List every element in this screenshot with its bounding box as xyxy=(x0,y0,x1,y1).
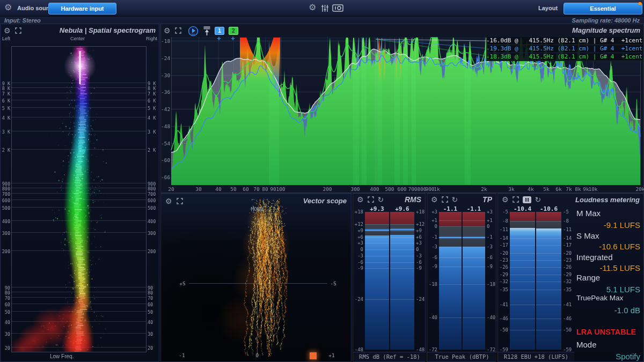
nebula-freq-label: 6 K xyxy=(1,98,10,104)
meter-tick: -72 xyxy=(487,347,495,352)
meter-bar xyxy=(463,212,485,350)
audio-source-gear-icon[interactable]: ⚙ xyxy=(4,4,12,11)
spectrum-y-tick: -48 xyxy=(161,123,170,129)
meter-bar xyxy=(365,212,389,350)
meter-tick: -18 xyxy=(428,282,437,287)
spectrum-y-tick: -30 xyxy=(161,72,170,78)
layout-label: Layout xyxy=(538,5,558,11)
nebula-freq-label: 30 xyxy=(1,331,10,337)
spectrum-x-tick: 700 xyxy=(408,186,417,192)
meter-tick: +3 xyxy=(428,209,437,215)
vectorscope-fullscreen-icon[interactable] xyxy=(177,198,183,204)
true-peak-meter-panel: ⚙ ↻ TP -1.1 -1.1 L R True Peak (dBTP) +3… xyxy=(427,193,496,362)
spectrum-x-tick: 40 xyxy=(215,186,221,192)
spectrum-x-tick: 7k xyxy=(566,186,572,192)
meter-tick: -23 xyxy=(563,257,572,263)
nebula-bottom-label: Low Freq. xyxy=(50,353,74,359)
meter-tick: -23 xyxy=(499,257,508,263)
spectrum-fullscreen-icon[interactable] xyxy=(175,27,181,34)
freeze-capture-button[interactable] xyxy=(203,26,211,36)
meter-tick: +12 xyxy=(416,221,425,227)
nebula-freq-label: 20 xyxy=(1,345,10,351)
spectrum-x-tick: 900 xyxy=(425,186,434,192)
spectrum-slot-1-button[interactable]: 1 xyxy=(215,27,224,35)
meter-tick: -5 xyxy=(499,209,508,215)
spectrum-gear-icon[interactable]: ⚙ xyxy=(164,27,171,34)
meter-tick: -3 xyxy=(487,244,493,249)
rms-meter-panel: ⚙ ↻ RMS +9.3 +9.6 L R RMS dB (Ref = -18)… xyxy=(353,193,426,362)
spectrum-y-tick: -42 xyxy=(161,106,170,112)
nebula-spectrogram-plot[interactable] xyxy=(1,24,159,361)
meter-tick: -8 xyxy=(499,218,508,224)
settings-gear-icon[interactable]: ⚙ xyxy=(309,4,316,11)
loudness-gear-icon[interactable]: ⚙ xyxy=(502,196,509,203)
spectrum-x-tick: 4k xyxy=(528,186,533,192)
mixer-faders-icon[interactable] xyxy=(321,4,329,12)
slot-1-add-button[interactable]: + xyxy=(214,34,224,42)
meter-tick: -20 xyxy=(563,250,572,256)
meter-tick: -29 xyxy=(499,272,508,277)
hardware-input-button[interactable]: Hardware input xyxy=(48,3,116,14)
nebula-center-label: Center xyxy=(70,36,85,41)
meter-bar xyxy=(510,212,535,350)
nebula-title: Nebula | Spatial spectrogram xyxy=(60,26,156,34)
correlation-indicator xyxy=(310,352,317,359)
loudness-stat-value: -10.6 LUFS xyxy=(599,242,640,251)
nebula-freq-label: 200 xyxy=(148,249,156,254)
rms-reset-icon[interactable]: ↻ xyxy=(378,196,384,203)
rms-fullscreen-icon[interactable] xyxy=(368,196,374,203)
meter-tick: +1 xyxy=(487,218,493,223)
nebula-freq-label: 400 xyxy=(148,219,156,224)
nebula-freq-label: 7 K xyxy=(1,91,10,97)
spectrum-x-tick: 500 xyxy=(385,186,394,192)
nebula-gear-icon[interactable]: ⚙ xyxy=(4,27,11,34)
loudness-title: Loudness metering xyxy=(575,196,640,204)
meter-tick: -24 xyxy=(416,297,425,302)
spectrum-x-tick: 80 xyxy=(262,186,268,192)
tp-reset-icon[interactable]: ↻ xyxy=(452,196,458,203)
meter-tick: -59 xyxy=(563,347,572,352)
spectrum-x-tick: 20k xyxy=(635,186,644,192)
spectrum-slot-2-button[interactable]: 2 xyxy=(229,27,238,35)
rms-title: RMS xyxy=(405,195,421,204)
meter-tick: -72 xyxy=(428,347,437,352)
loudness-stat-value: -1.0 dB xyxy=(614,306,640,315)
meter-tick: -6 xyxy=(428,255,437,260)
spectrum-title: Magnitude spectrum xyxy=(572,26,640,34)
meter-tick: -18 xyxy=(487,282,495,287)
nebula-freq-label: 50 xyxy=(148,309,153,315)
meter-tick: -50 xyxy=(499,327,508,333)
lra-alert: LRA UNSTABLE xyxy=(576,328,636,336)
nebula-freq-label: 50 xyxy=(1,309,10,315)
tp-fullscreen-icon[interactable] xyxy=(442,196,448,203)
nebula-freq-label: 4 K xyxy=(148,115,156,121)
loudness-pause-button[interactable] xyxy=(523,196,531,203)
loudness-fullscreen-icon[interactable] xyxy=(513,196,519,203)
nebula-freq-label: 5 K xyxy=(1,106,10,111)
meter-tick: -8 xyxy=(563,218,569,224)
meter-tick: -11 xyxy=(499,227,508,232)
loudness-footer: R128 EBU +18 (LUFS) xyxy=(498,352,574,361)
loudness-reset-icon[interactable]: ↻ xyxy=(535,196,541,203)
tp-gear-icon[interactable]: ⚙ xyxy=(431,196,438,203)
correlation-minus-one-label: -1 xyxy=(179,352,185,358)
rms-gear-icon[interactable]: ⚙ xyxy=(357,196,364,203)
spectrum-x-tick: 3k xyxy=(508,186,514,192)
meter-tick: +3 xyxy=(487,209,493,215)
nebula-freq-label: 800 xyxy=(148,186,156,191)
nebula-fullscreen-icon[interactable] xyxy=(15,27,21,34)
status-dot xyxy=(639,2,641,5)
nebula-freq-label: 3 K xyxy=(148,129,156,135)
vector-scope-plot[interactable] xyxy=(161,194,351,361)
meter-tick: 0 xyxy=(428,224,437,229)
loudness-stat-value: 5.1 LUFS xyxy=(606,285,640,294)
slot-2-add-button[interactable]: + xyxy=(228,34,238,42)
layout-essential-button[interactable]: Essential xyxy=(564,3,642,14)
cursor-readouts: -16.0dB @ 415.5Hz (82.1 cm) | G# 4 +1cen… xyxy=(486,37,643,61)
vectorscope-gear-icon[interactable]: ⚙ xyxy=(165,197,172,205)
meter-tick: -40 xyxy=(428,315,437,320)
live-play-button[interactable]: live xyxy=(188,26,199,36)
spectrum-x-tick: 600 xyxy=(397,186,406,192)
meter-tick: -3 xyxy=(428,244,437,249)
io-routing-icon[interactable] xyxy=(332,4,343,12)
